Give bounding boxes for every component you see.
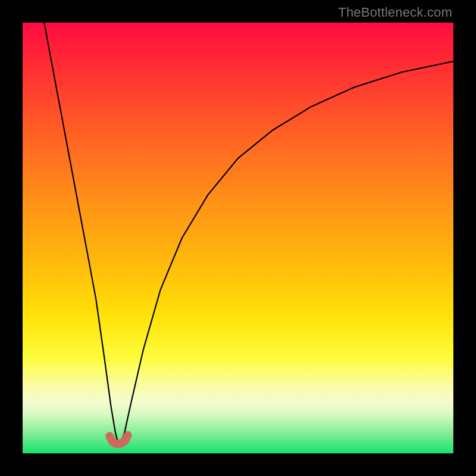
watermark-text: TheBottleneck.com: [338, 5, 452, 20]
bottleneck-curve: [44, 23, 453, 443]
chart-frame: TheBottleneck.com: [0, 0, 476, 476]
plot-area: [23, 23, 453, 453]
curve-svg: [23, 23, 453, 453]
trough-marker: [109, 436, 127, 444]
